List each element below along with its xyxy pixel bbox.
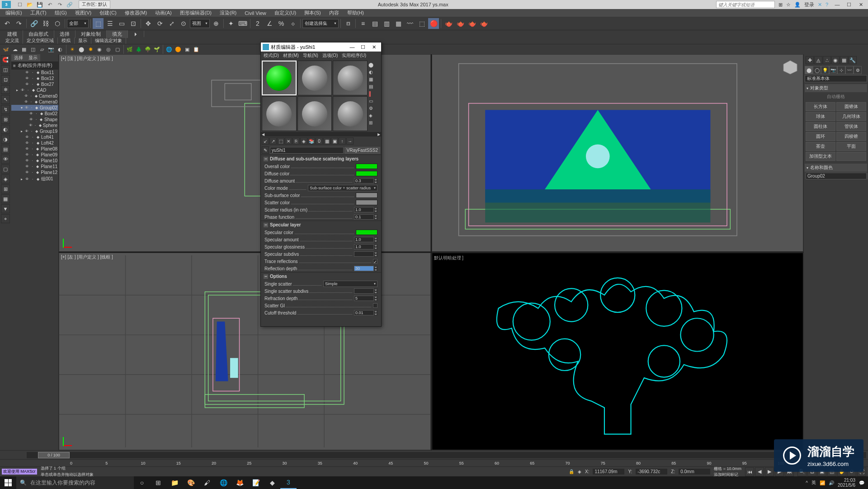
tab-populate[interactable]: 填充 [107,30,128,38]
cp-display-icon[interactable]: ▦ [840,56,848,64]
spin-down-icon[interactable]: ▾ [374,240,377,242]
spin-down-icon[interactable]: ▾ [374,254,377,257]
lt-freeze-icon[interactable]: ❄ [1,85,10,94]
me-slot-2[interactable] [333,61,368,95]
schematic-view-button[interactable]: ⬚ [416,18,427,29]
clock[interactable]: 21:03 2021/5/6 [838,478,855,488]
visibility-icon[interactable]: 👁 [29,112,33,116]
outliner-item[interactable]: 👁·◆Box11 [11,70,58,75]
butterfly-icon[interactable]: 🦋 [2,45,10,53]
outliner-item[interactable]: 👁·◆Plane12 [11,169,58,175]
menu-views[interactable]: 视图(V) [71,9,95,17]
camera-icon[interactable]: 📷 [47,45,55,53]
spin-down-icon[interactable]: ▾ [374,291,377,294]
outliner-item[interactable]: 👁·◆Plane09 [11,152,58,158]
me-go-forward-icon[interactable]: → [346,137,354,145]
visibility-icon[interactable]: 👁 [25,71,29,75]
menu-help[interactable]: 帮助(H) [344,9,368,17]
visibility-icon[interactable]: 👁 [25,165,29,169]
spin-down-icon[interactable]: ▾ [374,210,377,212]
target-light-icon[interactable]: ◎ [104,45,113,53]
lt-layer-icon[interactable]: ▤ [1,145,10,154]
freeze-icon[interactable]: · [30,153,35,157]
param-checkbox[interactable] [373,303,377,308]
lt-full-icon[interactable]: ▢ [1,165,10,174]
cat-cameras-icon[interactable]: 📷 [829,66,837,74]
me-menu-navigation[interactable]: 导航(N) [301,52,320,59]
outliner-item[interactable]: 👁·◆Camera0 [11,99,58,105]
globe2-icon[interactable]: 🟠 [174,45,182,53]
me-get-mat-icon[interactable]: ↙ [262,137,269,145]
selection-filter[interactable]: 全部 [67,19,89,28]
me-pick-icon[interactable]: ✎ [262,146,269,154]
cat-systems-icon[interactable]: ⚙ [854,66,862,74]
spinner-input[interactable] [354,288,374,294]
plane-icon[interactable]: ▱ [38,45,46,53]
primitive-button[interactable]: 球体 [806,112,835,121]
visibility-icon[interactable]: 👁 [25,76,29,81]
auto-grid-checkbox[interactable]: 自动栅格 [805,92,867,101]
spin-down-icon[interactable]: ▾ [374,298,377,301]
object-name-input[interactable] [806,173,867,179]
explorer-icon[interactable]: 📁 [166,476,183,489]
link-icon[interactable]: 🔗 [66,1,73,8]
spot-icon[interactable]: ◉ [95,45,104,53]
me-slot-4[interactable] [297,96,332,131]
grid-icon[interactable]: ▦ [20,45,28,53]
outliner-tab-select[interactable]: 选择 [11,54,26,61]
spinner-input[interactable]: 0.3 [354,178,374,183]
lt-diamond-icon[interactable]: ◈ [1,174,10,183]
layer-explorer-button[interactable]: ▥ [381,18,392,29]
me-show-end-icon[interactable]: ▣ [331,137,338,145]
subtab-4[interactable]: 编辑选定对象 [91,38,126,44]
lt-unhide-icon[interactable]: ◑ [1,135,10,144]
me-menu-material[interactable]: 材质(M) [281,52,301,59]
render-region-icon[interactable]: ▣ [183,45,191,53]
lt-pick-icon[interactable]: ⌖ [1,214,10,223]
freeze-icon[interactable]: · [30,71,35,75]
app-logo-icon[interactable]: 3 [2,1,11,8]
cat-geometry-icon[interactable]: ⬤ [805,66,813,74]
color-swatch[interactable] [356,164,377,169]
3dsmax-taskbar-icon[interactable]: 3 [280,476,297,489]
edge-icon[interactable]: 🌐 [215,476,231,489]
me-backlight-icon[interactable]: ◐ [368,69,374,75]
tree3-icon[interactable]: 🌳 [144,45,152,53]
outliner-item[interactable]: 👁·◆Plane11 [11,164,58,169]
param-dropdown[interactable]: Sub-surface color + scatter radius [308,185,377,191]
cat-space-warps-icon[interactable]: 〰 [845,66,854,74]
primitive-button[interactable]: 圆柱体 [806,122,835,131]
minimize-button[interactable]: — [832,1,843,8]
clipboard-icon[interactable]: 📋 [192,45,200,53]
open-icon[interactable]: 📂 [26,1,33,8]
me-mat-map-nav-icon[interactable]: ⊞ [368,119,374,126]
geometry-category-dropdown[interactable]: 标准基本体 [805,75,867,82]
primitive-button[interactable]: 平面 [836,142,866,151]
me-assign-icon[interactable]: ⬚ [277,137,284,145]
outliner-item[interactable]: 👁·◆Loft41 [11,134,58,140]
color-swatch[interactable] [356,200,377,205]
freeze-icon[interactable]: · [30,159,35,163]
globe1-icon[interactable]: 🌐 [165,45,173,53]
me-video-check-icon[interactable]: ▌ [368,90,374,97]
cp-utilities-icon[interactable]: 🔧 [849,56,857,64]
time-slider-handle[interactable]: 0 / 100 [38,452,70,458]
me-minimize-button[interactable]: — [347,43,358,51]
freeze-icon[interactable]: · [30,76,35,81]
render-setup-button[interactable]: 🫖 [443,18,454,29]
me-slot-scrollbar[interactable]: ◀▶ [261,132,381,136]
outliner-item[interactable]: 👁·◆Box12 [11,75,58,81]
user-icon[interactable]: 👤 [794,2,801,8]
bind-button[interactable]: ⬡ [52,18,63,29]
visibility-icon[interactable]: 👁 [25,82,29,87]
grid-icon[interactable]: ⊞ [778,2,783,8]
close-button[interactable]: ✕ [855,1,866,8]
visibility-icon[interactable]: 👁 [25,147,29,151]
snap-angle-button[interactable]: ∠ [264,18,275,29]
subtab-0[interactable]: 定义流 [2,38,23,44]
firefox-icon[interactable]: 🦊 [231,476,248,489]
menu-civil-view[interactable]: Civil View [241,10,269,16]
select-object-button[interactable]: ⬚ [93,18,104,29]
me-name-input[interactable] [270,147,344,154]
freeze-icon[interactable]: · [30,106,34,110]
